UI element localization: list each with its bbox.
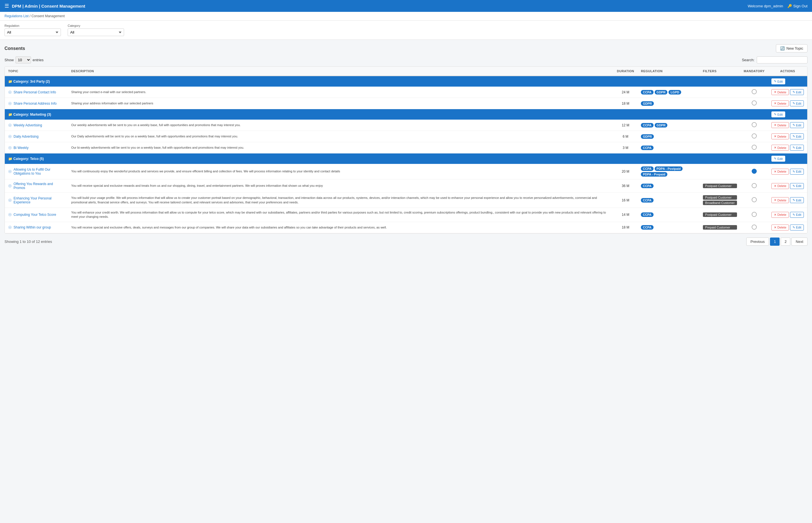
topic-icon: ☉ [8, 212, 12, 217]
edit-button[interactable]: ✎ Edit [790, 101, 804, 106]
topic-cell: ☉ Allowing Us to Fulfill Our Obligations… [5, 164, 68, 179]
page-2-button[interactable]: 2 [781, 237, 790, 246]
topic-icon: ☉ [8, 198, 12, 202]
pagination-info: Showing 1 to 10 of 12 entries [4, 239, 52, 244]
previous-button[interactable]: Previous [746, 237, 769, 246]
col-duration: DURATION [613, 67, 638, 76]
edit-icon: ✎ [793, 90, 795, 94]
description-cell: Our bi-weekly advertisments will be sent… [68, 142, 613, 154]
description-cell: Our weekly advertisments will be sent to… [68, 120, 613, 131]
category-filter-group: Category All [68, 24, 124, 36]
regulation-badge: CCPA [641, 184, 653, 188]
regulation-cell: CCPAGDPR [638, 120, 699, 131]
new-topic-button[interactable]: 🔄 New Topic [776, 44, 808, 52]
topic-name: Allowing Us to Fulfill Our Obligations t… [14, 167, 64, 176]
pagination-buttons: Previous 1 2 Next [746, 237, 808, 246]
mandatory-cell [740, 98, 768, 109]
table-row: ☉ Bi Weekly Our bi-weekly advertisments … [5, 142, 807, 154]
regulation-cell: CCPA [638, 179, 699, 193]
edit-button[interactable]: ✎ Edit [790, 145, 804, 151]
x-icon: ✕ [774, 146, 776, 149]
delete-button[interactable]: ✕ Delete [771, 197, 789, 203]
mandatory-filled [752, 169, 757, 174]
edit-icon: ✎ [774, 157, 776, 161]
duration-cell: 14 M [613, 208, 638, 222]
mandatory-cell [740, 179, 768, 193]
mandatory-empty [752, 101, 757, 106]
duration-cell: 24 M [613, 87, 638, 98]
x-icon: ✕ [774, 226, 776, 229]
category-edit-button[interactable]: ✎ Edit [771, 111, 785, 118]
x-icon: ✕ [774, 123, 776, 127]
next-button[interactable]: Next [791, 237, 808, 246]
edit-button[interactable]: ✎ Edit [790, 122, 804, 128]
x-icon: ✕ [774, 90, 776, 94]
folder-icon: 📁 [8, 112, 13, 116]
topic-cell: ☉ Share Personal Address Info [5, 98, 68, 109]
filter-chip: Postpaid Customer [703, 184, 737, 188]
mandatory-empty [752, 197, 757, 202]
edit-button[interactable]: ✎ Edit [790, 183, 804, 189]
delete-button[interactable]: ✕ Delete [771, 224, 789, 231]
duration-cell: 18 M [613, 222, 638, 233]
mandatory-cell [740, 193, 768, 208]
category-row: 📁 Category: Telco (5) ✎ Edit [5, 154, 807, 164]
filter-chip: Prepaid Customer [703, 225, 737, 230]
edit-button[interactable]: ✎ Edit [790, 133, 804, 139]
topic-cell: ☉ Bi Weekly [5, 142, 68, 154]
regulation-cell: CCPA [638, 222, 699, 233]
sign-out-button[interactable]: 🔑 Sign Out [788, 4, 808, 8]
regulation-select[interactable]: All [4, 29, 61, 36]
edit-button[interactable]: ✎ Edit [790, 197, 804, 203]
delete-button[interactable]: ✕ Delete [771, 212, 789, 218]
topic-icon: ☉ [8, 225, 12, 230]
filter-chip: Postpaid Customer [703, 212, 737, 217]
table-row: ☉ Computing Your Telco Score You will en… [5, 208, 807, 222]
page-1-button[interactable]: 1 [770, 237, 779, 246]
new-topic-icon: 🔄 [780, 46, 785, 51]
regulation-cell: GDPR [638, 98, 699, 109]
table-row: ☉ Weekly Advertising Our weekly advertis… [5, 120, 807, 131]
section-title: Consents [4, 46, 25, 51]
breadcrumb-parent[interactable]: Regulations List [4, 14, 29, 18]
delete-button[interactable]: ✕ Delete [771, 183, 789, 189]
mandatory-empty [752, 133, 757, 139]
x-icon: ✕ [774, 170, 776, 174]
col-actions: ACTIONS [768, 67, 807, 76]
filters-cell: Postpaid Customer [699, 179, 740, 193]
duration-cell: 36 M [613, 179, 638, 193]
regulation-cell: CCPA [638, 208, 699, 222]
delete-button[interactable]: ✕ Delete [771, 122, 789, 128]
delete-button[interactable]: ✕ Delete [771, 89, 789, 95]
folder-icon: 📁 [8, 79, 13, 84]
category-row: 📁 Category: 3rd Party (2) ✎ Edit [5, 76, 807, 87]
edit-button[interactable]: ✎ Edit [790, 224, 804, 231]
category-edit-button[interactable]: ✎ Edit [771, 156, 785, 162]
main-content: Consents 🔄 New Topic Show 10 25 50 entri… [0, 40, 812, 250]
header-right: Welcome dpm_admin 🔑 Sign Out [748, 4, 808, 8]
entries-select[interactable]: 10 25 50 [16, 56, 31, 64]
category-edit-button[interactable]: ✎ Edit [771, 78, 785, 84]
delete-button[interactable]: ✕ Delete [771, 101, 789, 106]
mandatory-empty [752, 183, 757, 188]
col-mandatory: MANDATORY [740, 67, 768, 76]
topic-cell: ☉ Computing Your Telco Score [5, 208, 68, 222]
menu-icon[interactable]: ☰ [4, 3, 9, 9]
mandatory-cell [740, 222, 768, 233]
regulation-badge: CCPA [641, 146, 653, 150]
table-row: ☉ Share Personal Address Info Sharing yo… [5, 98, 807, 109]
table-row: ☉ Allowing Us to Fulfill Our Obligations… [5, 164, 807, 179]
duration-cell: 6 M [613, 131, 638, 142]
actions-cell: ✕ Delete ✎ Edit [768, 208, 807, 222]
delete-button[interactable]: ✕ Delete [771, 133, 789, 139]
col-filters: FILTERS [699, 67, 740, 76]
category-select[interactable]: All [68, 29, 124, 36]
filters-cell [699, 142, 740, 154]
edit-button[interactable]: ✎ Edit [790, 212, 804, 218]
delete-button[interactable]: ✕ Delete [771, 145, 789, 151]
search-input[interactable] [757, 56, 808, 64]
edit-button[interactable]: ✎ Edit [790, 169, 804, 175]
edit-button[interactable]: ✎ Edit [790, 89, 804, 95]
table-row: ☉ Daily Advertising Our Daily advertisme… [5, 131, 807, 142]
delete-button[interactable]: ✕ Delete [771, 169, 789, 175]
